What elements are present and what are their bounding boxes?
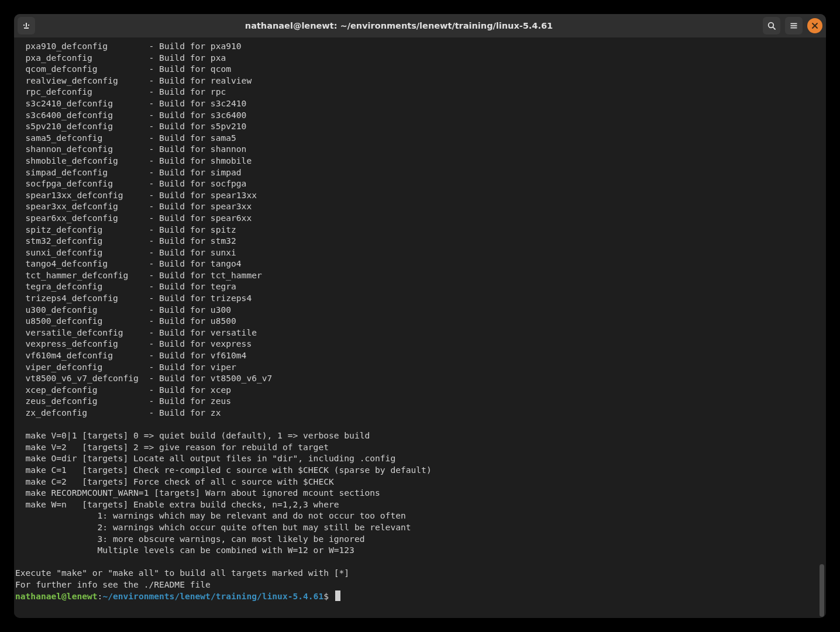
prompt-user-host: nathanael@lenewt xyxy=(15,591,98,601)
svg-rect-3 xyxy=(28,25,29,26)
menu-button[interactable] xyxy=(785,17,803,34)
prompt-path: ~/environments/lenewt/training/linux-5.4… xyxy=(102,591,323,601)
terminal-viewport[interactable]: pxa910_defconfig - Build for pxa910 pxa_… xyxy=(14,38,826,618)
terminal-window: nathanael@lenewt: ~/environments/lenewt/… xyxy=(14,14,826,618)
prompt-symbol: $ xyxy=(323,591,334,601)
new-tab-button[interactable] xyxy=(18,17,35,34)
close-button[interactable] xyxy=(807,18,822,33)
terminal-output: pxa910_defconfig - Build for pxa910 pxa_… xyxy=(15,38,818,618)
prompt[interactable]: nathanael@lenewt:~/environments/lenewt/t… xyxy=(15,591,340,601)
window-title: nathanael@lenewt: ~/environments/lenewt/… xyxy=(35,21,763,30)
svg-rect-0 xyxy=(26,23,27,27)
close-icon xyxy=(811,22,818,29)
titlebar: nathanael@lenewt: ~/environments/lenewt/… xyxy=(14,14,826,38)
svg-line-5 xyxy=(773,27,775,29)
svg-rect-6 xyxy=(791,23,797,25)
search-icon xyxy=(767,21,776,30)
svg-rect-8 xyxy=(791,27,797,29)
search-button[interactable] xyxy=(763,17,780,34)
svg-rect-1 xyxy=(24,27,29,29)
scrollbar[interactable] xyxy=(819,39,825,617)
scrollbar-thumb[interactable] xyxy=(820,564,824,617)
new-tab-icon xyxy=(22,21,31,30)
svg-rect-7 xyxy=(791,25,797,26)
hamburger-icon xyxy=(789,21,798,30)
svg-rect-2 xyxy=(23,25,25,26)
cursor xyxy=(335,590,340,601)
